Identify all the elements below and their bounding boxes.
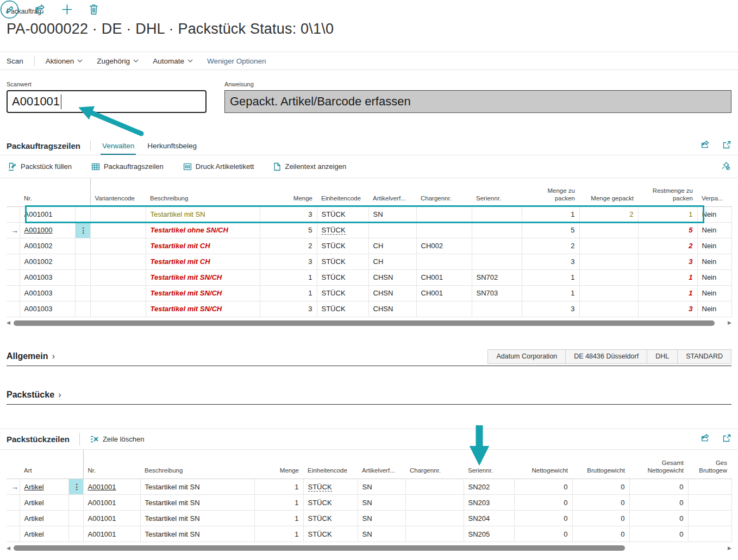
col-seriennr[interactable]: Seriennr. — [472, 178, 522, 206]
cell-seriennr[interactable] — [472, 301, 522, 317]
cell-seriennr[interactable]: SN702 — [472, 269, 522, 285]
share-icon[interactable] — [34, 3, 46, 16]
cell-beschreibung[interactable]: Testartikel mit SN — [140, 511, 254, 526]
cell-menge-gepackt[interactable]: 2 — [579, 206, 638, 222]
col-chargennr[interactable]: Chargennr. — [405, 450, 464, 479]
scroll-left-icon[interactable]: ◀ — [7, 546, 10, 551]
cell-seriennr[interactable]: SN203 — [464, 495, 514, 511]
cell-chargennr[interactable] — [416, 301, 472, 317]
cell-art[interactable]: Artikel — [20, 511, 68, 526]
cell-artikelverf[interactable]: SN — [368, 206, 416, 222]
cell-menge[interactable]: 2 — [260, 238, 317, 254]
cell-nettogewicht[interactable]: 0 — [514, 495, 572, 511]
cell-menge-gepackt[interactable] — [579, 222, 638, 238]
col-menge-zu-packen[interactable]: Menge zu packen — [522, 178, 579, 206]
cell-seriennr[interactable]: SN703 — [472, 285, 522, 301]
row-menu[interactable]: ⋮ — [68, 495, 83, 511]
cell-gesamt-nettogewicht[interactable]: 0 — [629, 479, 688, 495]
col-bruttogewicht[interactable]: Bruttogewicht — [572, 450, 629, 479]
cell-variantencode[interactable] — [90, 301, 146, 317]
col-menge[interactable]: Menge — [254, 450, 303, 479]
cell-bruttogewicht[interactable]: 0 — [572, 511, 629, 526]
cell-seriennr[interactable]: SN204 — [464, 511, 514, 526]
cell-verpackt[interactable]: Nein — [697, 285, 731, 301]
pack-order-line-row[interactable]: → A001003 ⋮ Testartikel mit SN/CH 1 STÜC… — [7, 269, 731, 285]
cell-artikelverf[interactable]: CH — [368, 254, 416, 269]
cell-menge[interactable]: 1 — [260, 269, 317, 285]
row-menu[interactable]: ⋮ — [75, 222, 90, 238]
col-menge[interactable]: Menge — [260, 178, 317, 206]
col-art[interactable]: Art — [20, 450, 68, 479]
share-icon[interactable] — [700, 433, 710, 445]
cell-restmenge[interactable]: 1 — [638, 269, 697, 285]
cell-einheitencode[interactable]: STÜCK — [317, 254, 368, 269]
row-menu[interactable]: ⋮ — [75, 269, 90, 285]
col-nr[interactable]: Nr. — [83, 450, 140, 479]
col-restmenge[interactable]: Restmenge zu packen — [638, 178, 697, 206]
cell-beschreibung[interactable]: Testartikel ohne SN/CH — [146, 222, 260, 238]
druck-artikeletikett-button[interactable]: Druck Artikeletikett — [183, 162, 254, 171]
cell-artikelverf[interactable]: CHSN — [368, 301, 416, 317]
cell-menge-gepackt[interactable] — [579, 285, 638, 301]
col-beschreibung[interactable]: Beschreibung — [146, 178, 260, 206]
col-nettogewicht[interactable]: Nettogewicht — [514, 450, 572, 479]
col-nr[interactable]: Nr. — [20, 178, 75, 206]
cell-chargennr[interactable] — [405, 479, 464, 495]
cell-einheitencode[interactable]: STÜCK — [317, 285, 368, 301]
row-menu[interactable]: ⋮ — [75, 254, 90, 269]
scroll-right-icon[interactable]: ▶ — [728, 320, 731, 325]
cell-nr[interactable]: A001001 — [83, 495, 140, 511]
cell-chargennr[interactable] — [416, 254, 472, 269]
cell-chargennr[interactable] — [416, 206, 472, 222]
cell-menge[interactable]: 3 — [260, 206, 317, 222]
scrollbar-thumb[interactable] — [14, 545, 625, 551]
cell-verpackt[interactable]: Nein — [697, 206, 731, 222]
cell-einheitencode[interactable]: STÜCK — [303, 511, 358, 526]
cell-menge-zu-packen[interactable]: 3 — [522, 254, 579, 269]
cell-variantencode[interactable] — [90, 206, 146, 222]
col-beschreibung[interactable]: Beschreibung — [140, 450, 254, 479]
cell-einheitencode[interactable]: STÜCK — [303, 479, 358, 495]
cell-gesamt-bruttogewicht[interactable] — [688, 479, 731, 495]
cell-gesamt-bruttogewicht[interactable] — [688, 495, 731, 511]
unpin-icon[interactable] — [721, 161, 730, 173]
cell-gesamt-nettogewicht[interactable]: 0 — [629, 511, 688, 526]
cell-menge-zu-packen[interactable]: 5 — [522, 222, 579, 238]
col-verpackt[interactable]: Verpa... — [697, 178, 731, 206]
col-artikelverf[interactable]: Artikelverf... — [358, 450, 405, 479]
cell-gesamt-nettogewicht[interactable]: 0 — [629, 495, 688, 511]
zeilentext-anzeigen-button[interactable]: Zeilentext anzeigen — [273, 162, 346, 171]
cell-restmenge[interactable]: 2 — [638, 238, 697, 254]
cell-nettogewicht[interactable]: 0 — [514, 526, 572, 542]
cell-seriennr[interactable]: SN205 — [464, 526, 514, 542]
edit-icon[interactable] — [0, 0, 19, 19]
cell-beschreibung[interactable]: Testartikel mit SN — [140, 495, 254, 511]
cell-verpackt[interactable]: Nein — [697, 222, 731, 238]
standard-button[interactable]: STANDARD — [677, 349, 731, 364]
cell-einheitencode[interactable]: STÜCK — [303, 526, 358, 542]
cell-menge[interactable]: 1 — [254, 511, 303, 526]
cell-beschreibung[interactable]: Testartikel mit CH — [146, 238, 260, 254]
cell-artikelverf[interactable]: CH — [368, 238, 416, 254]
row-menu[interactable]: ⋮ — [75, 238, 90, 254]
cell-restmenge[interactable]: 5 — [638, 222, 697, 238]
cell-nettogewicht[interactable]: 0 — [514, 479, 572, 495]
cell-variantencode[interactable] — [90, 285, 146, 301]
cell-nr[interactable]: A001003 — [20, 269, 75, 285]
cell-menge[interactable]: 1 — [260, 285, 317, 301]
scrollbar-track[interactable] — [12, 320, 726, 326]
scrollbar-track[interactable] — [12, 545, 726, 551]
cell-menge-zu-packen[interactable]: 3 — [522, 301, 579, 317]
address-button[interactable]: DE 48436 Düsseldorf — [565, 349, 647, 364]
cell-artikelverf[interactable]: CHSN — [368, 285, 416, 301]
packauftragszeilen-button[interactable]: Packauftragszeilen — [91, 162, 164, 171]
scrollbar-thumb[interactable] — [14, 320, 715, 326]
cell-restmenge[interactable]: 3 — [638, 301, 697, 317]
allgemein-toggle[interactable]: Allgemein› — [7, 351, 55, 362]
delete-icon[interactable] — [88, 3, 99, 16]
row-menu[interactable]: ⋮ — [75, 301, 90, 317]
cell-menge-gepackt[interactable] — [579, 269, 638, 285]
new-icon[interactable] — [61, 3, 73, 16]
col-variantencode[interactable]: Variantencode — [90, 178, 146, 206]
cell-menge-gepackt[interactable] — [579, 238, 638, 254]
